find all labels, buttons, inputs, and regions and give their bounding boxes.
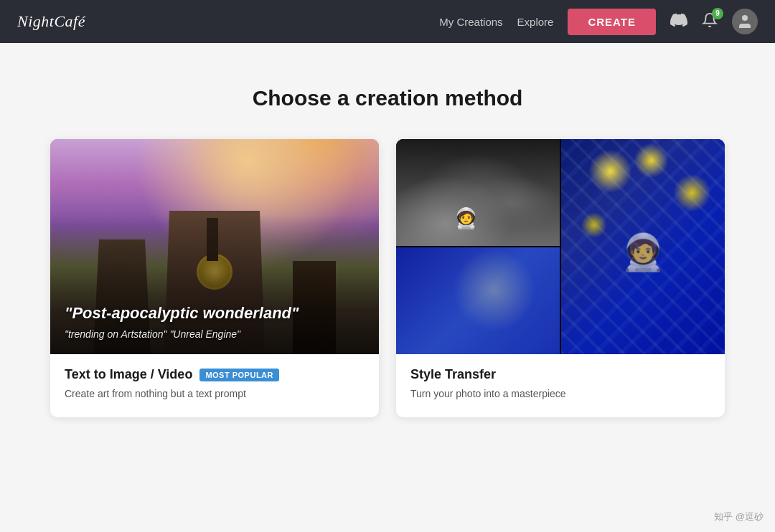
tti-description: Create art from nothing but a text promp…	[65, 386, 365, 402]
watermark: 知乎 @逗砂	[714, 510, 764, 523]
st-title-row: Style Transfer	[410, 367, 710, 382]
tti-card-info: Text to Image / Video MOST POPULAR Creat…	[50, 354, 379, 417]
st-image	[396, 139, 725, 354]
tti-title: Text to Image / Video	[65, 367, 192, 382]
st-description: Turn your photo into a masterpiece	[410, 386, 710, 402]
st-starry-night-right	[561, 139, 725, 354]
notification-bell[interactable]: 9	[702, 12, 718, 32]
notification-badge: 9	[712, 8, 723, 19]
overlay-text: "Post-apocalyptic wonderland" "trending …	[65, 303, 365, 340]
discord-icon[interactable]	[670, 11, 687, 32]
quote-main: "Post-apocalyptic wonderland"	[65, 303, 365, 324]
astronaut-moon-figure	[454, 194, 475, 230]
svg-point-0	[742, 15, 748, 21]
st-starry-night-bottom	[396, 247, 560, 354]
main-content: Choose a creation method "Post-apocalypt…	[0, 43, 775, 446]
nav-right: My Creations Explore CREATE 9	[439, 9, 758, 35]
st-title: Style Transfer	[410, 367, 496, 382]
astronaut-starry-figure	[594, 182, 692, 322]
most-popular-badge: MOST POPULAR	[199, 369, 279, 381]
create-button[interactable]: CREATE	[568, 9, 656, 35]
tti-scene-bg: "Post-apocalyptic wonderland" "trending …	[50, 139, 379, 354]
nav-explore[interactable]: Explore	[517, 16, 554, 28]
tti-image: "Post-apocalyptic wonderland" "trending …	[50, 139, 379, 354]
nav-my-creations[interactable]: My Creations	[439, 16, 502, 28]
style-transfer-card[interactable]: Style Transfer Turn your photo into a ma…	[396, 139, 725, 417]
user-avatar[interactable]	[732, 9, 758, 34]
site-logo[interactable]: NightCafé	[17, 12, 85, 31]
page-title: Choose a creation method	[14, 86, 761, 110]
cards-grid: "Post-apocalyptic wonderland" "trending …	[50, 139, 725, 417]
navbar: NightCafé My Creations Explore CREATE 9	[0, 0, 775, 43]
st-photo-original	[396, 139, 560, 246]
quote-sub: "trending on Artstation" "Unreal Engine"	[65, 328, 365, 340]
st-card-info: Style Transfer Turn your photo into a ma…	[396, 354, 725, 417]
tti-title-row: Text to Image / Video MOST POPULAR	[65, 367, 365, 382]
text-to-image-card[interactable]: "Post-apocalyptic wonderland" "trending …	[50, 139, 379, 417]
